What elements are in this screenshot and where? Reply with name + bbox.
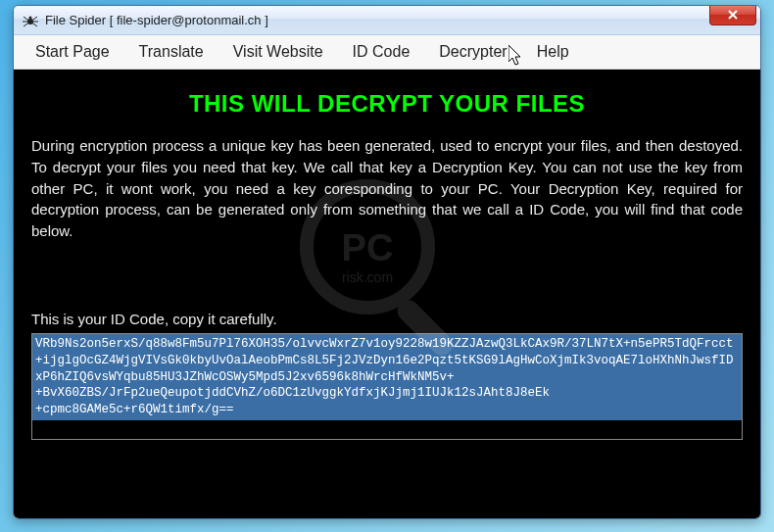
app-window: File Spider [ file-spider@protonmail.ch … — [13, 5, 761, 519]
menu-id-code[interactable]: ID Code — [339, 37, 424, 67]
id-code-textbox-empty[interactable] — [31, 420, 743, 440]
headline: THIS WILL DECRYPT YOUR FILES — [31, 90, 743, 118]
spider-icon — [22, 12, 39, 29]
close-icon — [727, 10, 739, 20]
svg-point-1 — [29, 16, 32, 19]
id-code-textbox[interactable]: VRb9Ns2on5erxS/q88w8Fm5u7Pl76XOH35/olvvc… — [31, 333, 743, 420]
menu-start-page[interactable]: Start Page — [22, 37, 123, 67]
menubar: Start Page Translate Visit Website ID Co… — [14, 35, 760, 70]
id-code-label: This is your ID Code, copy it carefully. — [31, 311, 743, 327]
menu-help[interactable]: Help — [523, 37, 583, 67]
menu-decrypter[interactable]: Decrypter — [425, 37, 520, 67]
menu-translate[interactable]: Translate — [125, 37, 218, 67]
titlebar: File Spider [ file-spider@protonmail.ch … — [14, 6, 760, 35]
description-paragraph: During encryption process a unique key h… — [31, 135, 743, 242]
menu-visit-website[interactable]: Visit Website — [219, 37, 337, 67]
content-area: THIS WILL DECRYPT YOUR FILES During encr… — [14, 70, 760, 518]
window-title: File Spider [ file-spider@protonmail.ch … — [45, 13, 268, 27]
close-button[interactable] — [709, 5, 756, 25]
